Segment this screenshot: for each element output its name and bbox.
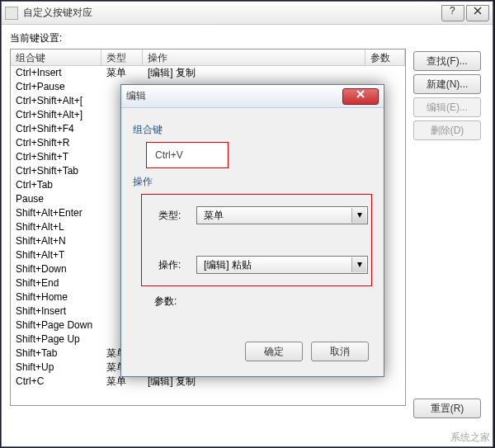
- cell-combo: Ctrl+C: [11, 375, 101, 389]
- x-icon: [356, 89, 365, 99]
- edit-dialog: 编辑 组合键 Ctrl+V 操作 类型: 菜单 ▾ 操作: [编辑] 粘贴 ▾: [120, 84, 384, 377]
- cell-combo: Pause: [11, 192, 101, 206]
- find-button[interactable]: 查找(F)...: [413, 51, 481, 71]
- col-combo[interactable]: 组合键: [11, 50, 101, 65]
- type-label: 类型:: [158, 209, 196, 223]
- cell-combo: Shift+Insert: [11, 304, 101, 318]
- type-value: 菜单: [204, 210, 224, 221]
- edit-body: 组合键 Ctrl+V 操作 类型: 菜单 ▾ 操作: [编辑] 粘贴 ▾ 参数:: [121, 108, 384, 325]
- cell-combo: Ctrl+Shift+Alt+[: [11, 94, 101, 108]
- table-header: 组合键 类型 操作 参数: [11, 50, 405, 66]
- help-button[interactable]: ?: [441, 5, 464, 21]
- edit-button: 编辑(E)...: [413, 97, 481, 117]
- col-param[interactable]: 参数: [365, 50, 405, 65]
- cell-combo: Shift+Alt+N: [11, 234, 101, 248]
- dialog-buttons: 确定 取消: [245, 342, 369, 365]
- type-select[interactable]: 菜单 ▾: [196, 206, 368, 224]
- reset-button[interactable]: 重置(R): [413, 398, 481, 418]
- combo-key-input[interactable]: Ctrl+V: [146, 142, 229, 168]
- cell-type: 菜单: [101, 66, 143, 80]
- ok-button[interactable]: 确定: [245, 342, 303, 361]
- action-label: 操作:: [158, 258, 196, 272]
- cancel-button[interactable]: 取消: [311, 342, 369, 361]
- main-titlebar: 自定义按键对应 ?: [2, 2, 493, 25]
- chevron-down-icon: ▾: [351, 208, 366, 223]
- cell-combo: Shift+Tab: [11, 347, 101, 361]
- cell-combo: Shift+Page Down: [11, 318, 101, 332]
- cell-combo: Shift+Alt+Enter: [11, 206, 101, 220]
- new-button[interactable]: 新建(N)...: [413, 74, 481, 94]
- cell-combo: Shift+Home: [11, 290, 101, 304]
- delete-button: 删除(D): [413, 120, 481, 140]
- col-type[interactable]: 类型: [101, 50, 143, 65]
- cell-combo: Ctrl+Shift+Tab: [11, 164, 101, 178]
- cell-combo: Ctrl+Tab: [11, 178, 101, 192]
- side-buttons: 查找(F)... 新建(N)... 编辑(E)... 删除(D): [413, 51, 481, 144]
- col-action[interactable]: 操作: [143, 50, 365, 65]
- close-icon[interactable]: [342, 88, 379, 105]
- param-label: 参数:: [154, 295, 192, 309]
- app-icon: [5, 7, 18, 20]
- watermark-text: 系统之家: [450, 431, 490, 445]
- action-group-label: 操作: [133, 175, 372, 189]
- cell-combo: Shift+Alt+T: [11, 248, 101, 262]
- action-select[interactable]: [编辑] 粘贴 ▾: [196, 256, 368, 274]
- cell-combo: Ctrl+Insert: [11, 66, 101, 80]
- cell-combo: Ctrl+Shift+T: [11, 150, 101, 164]
- edit-titlebar: 编辑: [121, 85, 384, 108]
- action-value: [编辑] 粘贴: [204, 259, 252, 271]
- main-title: 自定义按键对应: [23, 6, 440, 20]
- cell-combo: Ctrl+Shift+F4: [11, 122, 101, 136]
- cell-combo: Ctrl+Shift+Alt+]: [11, 108, 101, 122]
- cell-combo: Shift+Page Up: [11, 332, 101, 347]
- table-row[interactable]: Ctrl+Insert菜单[编辑] 复制: [11, 66, 405, 80]
- cell-combo: Shift+Alt+L: [11, 220, 101, 234]
- combo-group-label: 组合键: [133, 123, 372, 137]
- cell-combo: Shift+Up: [11, 361, 101, 375]
- watermark: 系统之家: [426, 428, 490, 446]
- action-fields-highlight: 类型: 菜单 ▾ 操作: [编辑] 粘贴 ▾: [141, 194, 372, 286]
- edit-title: 编辑: [126, 89, 342, 103]
- cell-combo: Shift+Down: [11, 262, 101, 276]
- cell-combo: Ctrl+Pause: [11, 80, 101, 94]
- cell-combo: Ctrl+Shift+R: [11, 136, 101, 150]
- cell-action: [编辑] 复制: [143, 66, 365, 80]
- house-icon: [426, 428, 447, 446]
- cell-combo: Shift+End: [11, 276, 101, 290]
- close-main-button[interactable]: [466, 5, 489, 21]
- chevron-down-icon: ▾: [351, 257, 366, 272]
- current-settings-label: 当前键设置:: [10, 31, 484, 45]
- svg-text:?: ?: [450, 6, 455, 16]
